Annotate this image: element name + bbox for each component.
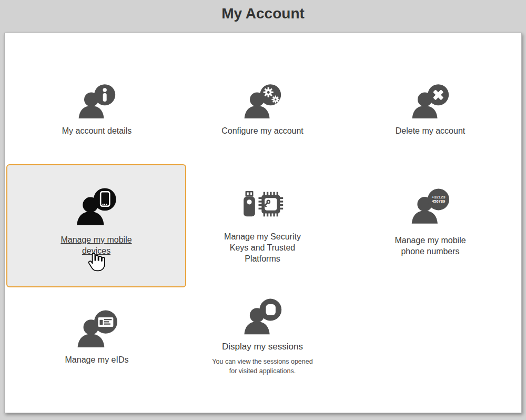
person-phone-numbers-icon: +32123 456789 bbox=[409, 186, 452, 226]
person-x-icon bbox=[409, 82, 451, 121]
tile-link-label[interactable]: Manage my mobile devices bbox=[49, 234, 144, 256]
person-app-window-icon bbox=[240, 298, 285, 337]
tile-manage-my-eids[interactable]: Manage my eIDs bbox=[34, 309, 160, 365]
tile-manage-mobile-phone-numbers[interactable]: +32123 456789 Manage my mobile phone num… bbox=[367, 186, 493, 257]
usb-key-and-chip-icon bbox=[241, 191, 284, 217]
tile-label[interactable]: Manage my Security Keys and Trusted Plat… bbox=[215, 231, 310, 264]
account-options-panel: My account details bbox=[4, 33, 522, 413]
tile-manage-my-mobile-devices-selected[interactable]: Manage my mobile devices bbox=[6, 164, 186, 287]
person-phone-icon bbox=[74, 186, 119, 228]
tile-label[interactable]: Configure my account bbox=[221, 125, 304, 136]
tile-my-account-details[interactable]: My account details bbox=[34, 82, 160, 136]
tile-label[interactable]: Delete my account bbox=[396, 125, 466, 136]
tile-label[interactable]: Display my sessions bbox=[222, 341, 303, 352]
tile-label[interactable]: Manage my mobile phone numbers bbox=[388, 235, 473, 257]
tile-display-my-sessions[interactable]: Display my sessions You can view the ses… bbox=[199, 298, 326, 376]
tile-label[interactable]: My account details bbox=[62, 125, 132, 136]
tile-configure-my-account[interactable]: Configure my account bbox=[199, 82, 326, 136]
tile-label[interactable]: Manage my eIDs bbox=[65, 354, 129, 365]
tile-manage-security-keys[interactable]: Manage my Security Keys and Trusted Plat… bbox=[199, 191, 326, 264]
person-info-icon bbox=[76, 82, 118, 121]
tile-delete-my-account[interactable]: Delete my account bbox=[367, 82, 493, 136]
phone-number-badge-line2: 456789 bbox=[432, 199, 445, 204]
person-gears-icon bbox=[241, 82, 284, 121]
person-id-card-icon bbox=[74, 309, 120, 350]
page-title: My Account bbox=[0, 5, 526, 22]
sessions-description: You can view the sessions opened for vis… bbox=[209, 357, 317, 376]
